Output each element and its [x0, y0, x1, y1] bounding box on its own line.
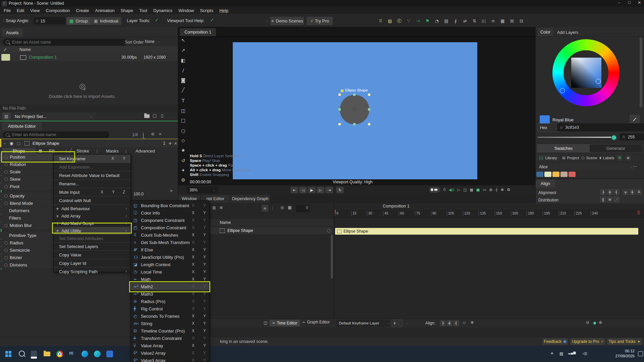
- kf-align-left-button[interactable]: ╞: [440, 320, 446, 326]
- submenu-item-count-sub-meshes[interactable]: ⠿Count Sub-MeshesXY: [131, 231, 209, 239]
- axis-y-button[interactable]: Y: [203, 292, 206, 296]
- selection-handle-w[interactable]: [338, 108, 341, 111]
- task-view-icon[interactable]: [31, 351, 37, 359]
- selection-handle-nw[interactable]: [338, 94, 341, 96]
- axis-x-button[interactable]: X: [192, 306, 195, 311]
- attr-row-primitive-type[interactable]: Primitive Type: [0, 232, 53, 239]
- axis-y-button[interactable]: Y: [112, 190, 115, 194]
- loop-button[interactable]: ↻: [336, 187, 344, 193]
- opacity-value[interactable]: 100.0: [133, 192, 144, 196]
- graph-editor-button[interactable]: ≈ Graph Editor: [302, 320, 330, 324]
- submenu-item-transform-constraint[interactable]: ┿Transform ConstraintXY: [131, 335, 209, 342]
- dots-grid-icon[interactable]: ⠿: [376, 17, 385, 25]
- maximize-button[interactable]: ▢: [625, 1, 634, 4]
- zoom-select[interactable]: 38% ⌄: [187, 187, 218, 193]
- axis-y-button[interactable]: Y: [203, 343, 206, 348]
- comp-color-swatch[interactable]: [1, 54, 10, 61]
- polygon-tool-icon[interactable]: ◇: [179, 136, 187, 144]
- snapping-icon[interactable]: ✻: [501, 188, 504, 192]
- submenu-item-color-info[interactable]: ⓘColor InfoXY: [131, 209, 209, 217]
- axis-x-button[interactable]: X: [192, 284, 195, 289]
- upgrade-to-pro-button[interactable]: Upgrade to Pro ⚡: [570, 338, 605, 345]
- labels-button[interactable]: ◗ Labels: [599, 156, 614, 160]
- swatch-tan[interactable]: [560, 172, 568, 177]
- menu-dynamics[interactable]: Dynamics: [150, 8, 175, 13]
- axis-x-button[interactable]: X: [192, 343, 195, 348]
- menu-item-set-selected-layers[interactable]: Set Selected Layers: [54, 242, 130, 250]
- tray-volume-icon[interactable]: ◁)): [582, 352, 587, 355]
- pivot-point-icon[interactable]: [353, 108, 357, 112]
- selection-handle-e[interactable]: [368, 108, 370, 111]
- library-button[interactable]: ||| Library: [536, 154, 560, 162]
- monitor-icon[interactable]: ▢: [153, 113, 157, 118]
- tray-network-icon[interactable]: ▂▄▆: [568, 351, 576, 354]
- attribute-search-input[interactable]: [11, 132, 106, 137]
- align-bottom-button[interactable]: ╧: [636, 189, 642, 195]
- axis-y-button[interactable]: Y: [203, 255, 206, 259]
- axis-y-button[interactable]: Y: [123, 156, 125, 161]
- grid-icon[interactable]: ▦: [498, 17, 507, 25]
- greenscreen-icon[interactable]: ■: [476, 188, 480, 192]
- frame-tool-icon[interactable]: ◫: [179, 107, 187, 115]
- list-view-button[interactable]: ≡: [625, 155, 631, 161]
- slice-tool-icon[interactable]: ◧: [179, 56, 187, 64]
- menu-scripts[interactable]: Scripts: [197, 8, 216, 13]
- panels-icon[interactable]: ◫: [463, 188, 467, 192]
- submenu-item-timeline-counter[interactable]: ⊟Timeline Counter (Pro)XY: [131, 327, 209, 335]
- file-explorer-icon[interactable]: [44, 352, 50, 356]
- axis-x-button[interactable]: X: [192, 328, 195, 333]
- target-icon[interactable]: ◎: [280, 205, 284, 209]
- menu-file[interactable]: File: [1, 8, 14, 13]
- axis-x-button[interactable]: X: [192, 240, 195, 245]
- align-middle-button[interactable]: ╪: [629, 189, 635, 195]
- axis-x-button[interactable]: X: [192, 321, 195, 326]
- hue-handle[interactable]: [560, 88, 565, 93]
- demo-scenes-button[interactable]: ∗ Demo Scenes: [270, 17, 304, 25]
- attr-row-radius[interactable]: Radius: [0, 239, 53, 246]
- tab-advanced[interactable]: Advanced: [136, 148, 155, 154]
- ellipse-tool-icon[interactable]: ○: [179, 127, 187, 135]
- pen-tool-icon[interactable]: ∕: [179, 66, 187, 74]
- axis-y-button[interactable]: Y: [203, 247, 206, 252]
- submenu-item-if-else[interactable]: ifIf ElseXY: [131, 246, 209, 253]
- pin-icon[interactable]: ↧: [162, 141, 166, 145]
- align-left-button[interactable]: ╞: [600, 189, 606, 195]
- grid-overlay-icon[interactable]: ▦: [470, 188, 473, 192]
- try-pro-button[interactable]: ⚡ Try Pro: [307, 17, 333, 25]
- alpha-field[interactable]: A 255: [620, 133, 644, 140]
- panel-scrollbar[interactable]: [640, 38, 642, 107]
- submenu-item-local-time[interactable]: ◷Local TimeXY: [131, 268, 209, 276]
- tab-assets[interactable]: Assets: [2, 28, 23, 37]
- zoom-in-icon[interactable]: ⊕: [599, 320, 602, 324]
- go-to-end-button[interactable]: ⇥: [325, 187, 333, 193]
- palette-more-button[interactable]: ⋯: [633, 164, 637, 169]
- submenu-item-math2[interactable]: =²Math2XY: [131, 283, 209, 290]
- minimize-button[interactable]: –: [614, 0, 624, 5]
- tab-add-layers[interactable]: Add Layers: [557, 30, 578, 35]
- flag-icon[interactable]: ⚑: [423, 17, 432, 25]
- attr-row-opacity[interactable]: Opacity: [0, 192, 53, 199]
- swatch-orange[interactable]: [552, 172, 559, 177]
- hex-select[interactable]: Hex ⌄: [538, 123, 560, 132]
- eyedropper-button[interactable]: [630, 115, 640, 124]
- axis-y-button[interactable]: Y: [203, 328, 206, 333]
- rectangle-tool-icon[interactable]: □: [179, 116, 187, 124]
- submenu-item-bounding-box-constraint[interactable]: ◱Bounding Box ConstraintXY: [131, 202, 209, 209]
- axis-x-button[interactable]: X: [192, 233, 195, 237]
- layers-grid-icon[interactable]: ⊞: [220, 206, 223, 209]
- axis-y-button[interactable]: Y: [203, 284, 206, 289]
- tab-color[interactable]: Color: [538, 28, 553, 36]
- menu-tool[interactable]: Tool: [136, 8, 150, 13]
- monitor-icon[interactable]: ▭: [483, 188, 486, 192]
- snowflake-icon[interactable]: ✻: [471, 321, 474, 324]
- menu-item-add-math-script[interactable]: + Add Math/ Script ›: [54, 220, 130, 227]
- submenu-item-value2-array[interactable]: ṽ²Value2 ArrayXY: [131, 349, 209, 357]
- axis-y-button[interactable]: Y: [203, 203, 206, 208]
- submenu-item-radius-pro[interactable]: ⊖Radius (Pro)XY: [131, 298, 209, 305]
- viewport-settings-gear-icon[interactable]: ⚙: [507, 188, 511, 192]
- submenu-item-javascript-utility[interactable]: {}JavaScript Utility (Pro)XY: [131, 253, 209, 261]
- menu-item-copy-scripting-path[interactable]: Copy Scripting Path ›: [54, 267, 130, 276]
- axis-x-button[interactable]: X: [192, 351, 195, 355]
- group-button[interactable]: ▩ Group: [66, 17, 91, 25]
- timeline-ruler[interactable]: 0 15 30 45 60 75 90 105 120 135 150 165 …: [334, 210, 644, 218]
